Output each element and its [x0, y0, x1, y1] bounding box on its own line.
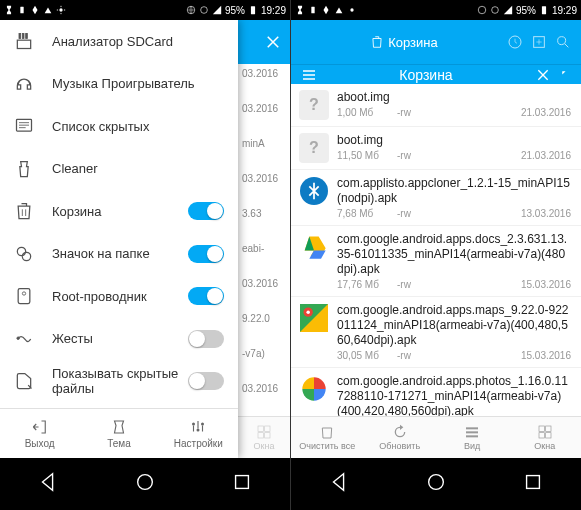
svg-rect-26 [311, 7, 314, 14]
theme-button[interactable]: Тема [79, 409, 158, 458]
svg-rect-30 [542, 6, 546, 14]
svg-point-11 [22, 292, 25, 295]
drive-icon [299, 232, 329, 262]
svg-point-19 [197, 429, 200, 432]
page-title: Корзина [399, 67, 452, 83]
file-row[interactable]: com.google.android.apps.maps_9.22.0-9220… [291, 297, 581, 368]
apk-icon [299, 176, 329, 206]
back-button[interactable] [328, 471, 350, 497]
toggle-show-hidden[interactable] [188, 372, 224, 390]
exit-button[interactable]: Выход [0, 409, 79, 458]
phone-left: 95% 19:29 03.201603.2016 minA03.2016 3.6… [0, 0, 290, 510]
svg-rect-5 [19, 34, 21, 39]
file-icon: ? [299, 133, 329, 163]
toggle-folder-icon[interactable] [188, 245, 224, 263]
recent-button[interactable] [231, 471, 253, 497]
drawer-item-show-hidden[interactable]: Показывать скрытые файлы [0, 360, 238, 403]
file-row[interactable]: ? aboot.img 1,00 Мб-rw21.03.2016 [291, 84, 581, 127]
svg-rect-46 [545, 433, 550, 438]
tab-title: Корзина [388, 35, 438, 50]
file-row[interactable]: com.applisto.appcloner_1.2.1-15_minAPI15… [291, 170, 581, 226]
svg-rect-48 [526, 476, 539, 489]
drawer-item-root[interactable]: Root-проводник [0, 275, 238, 318]
svg-point-12 [17, 337, 20, 340]
drawer-item-music[interactable]: Музыка Проигрыватель [0, 63, 238, 106]
file-icon: ? [299, 90, 329, 120]
app-header: Корзина [291, 20, 581, 64]
drawer-item-folder-icon[interactable]: Значок на папке [0, 233, 238, 276]
expand-icon[interactable] [561, 70, 571, 80]
search-icon[interactable] [555, 34, 571, 50]
home-button[interactable] [134, 471, 156, 497]
svg-point-37 [306, 310, 310, 314]
svg-rect-4 [251, 6, 255, 14]
settings-button[interactable]: Настройки [159, 409, 238, 458]
svg-rect-45 [539, 433, 544, 438]
svg-rect-23 [265, 433, 270, 438]
file-row[interactable]: com.google.android.apps.docs_2.3.631.13.… [291, 226, 581, 297]
recent-button[interactable] [522, 471, 544, 497]
svg-rect-44 [545, 426, 550, 431]
close-icon[interactable] [264, 33, 282, 51]
svg-rect-6 [22, 34, 24, 39]
windows-button[interactable]: Окна [238, 417, 290, 458]
svg-rect-43 [539, 426, 544, 431]
svg-rect-22 [258, 433, 263, 438]
home-button[interactable] [425, 471, 447, 497]
phone-right: 95% 19:29 Корзина Корзина ? aboot.img 1,… [291, 0, 581, 510]
svg-point-24 [138, 475, 153, 490]
status-bar: 95% 19:29 [0, 0, 290, 20]
toggle-gestures[interactable] [188, 330, 224, 348]
tab-strip [238, 20, 290, 64]
svg-point-3 [201, 7, 208, 14]
status-bar: 95% 19:29 [291, 0, 581, 20]
toggle-trash[interactable] [188, 202, 224, 220]
svg-point-1 [59, 8, 62, 11]
toggle-root[interactable] [188, 287, 224, 305]
windows-button[interactable]: Окна [509, 417, 582, 458]
svg-point-27 [350, 8, 353, 11]
trash-icon [370, 35, 384, 49]
nav-bar [291, 458, 581, 510]
svg-rect-8 [17, 40, 30, 48]
menu-icon[interactable] [301, 67, 317, 83]
svg-rect-20 [258, 426, 263, 431]
close-icon[interactable] [535, 67, 551, 83]
back-button[interactable] [37, 471, 59, 497]
battery-pct: 95% [225, 5, 245, 16]
svg-point-47 [429, 475, 444, 490]
svg-point-28 [478, 6, 486, 14]
nav-bar [0, 458, 290, 510]
file-row[interactable]: ? boot.img 11,50 Мб-rw21.03.2016 [291, 127, 581, 170]
drawer-item-cleaner[interactable]: Cleaner [0, 148, 238, 191]
history-icon[interactable] [507, 34, 523, 50]
svg-rect-41 [466, 431, 478, 433]
svg-point-17 [192, 423, 195, 426]
photos-icon [299, 374, 329, 404]
new-icon[interactable] [531, 34, 547, 50]
svg-rect-40 [466, 427, 478, 429]
bottom-bar: Очистить все Обновить Вид Окна [291, 416, 581, 458]
refresh-button[interactable]: Обновить [364, 417, 437, 458]
view-button[interactable]: Вид [436, 417, 509, 458]
drawer-bottom: Выход Тема Настройки [0, 408, 238, 458]
drawer-item-gestures[interactable]: Жесты [0, 318, 238, 361]
background-peek: 03.201603.2016 minA03.2016 3.63eabi- 03.… [238, 64, 290, 438]
svg-rect-10 [18, 289, 30, 304]
clock: 19:29 [261, 5, 286, 16]
drawer-item-trash[interactable]: Корзина [0, 190, 238, 233]
drawer-item-sdcard[interactable]: Анализатор SDCard [0, 20, 238, 63]
svg-rect-25 [235, 476, 248, 489]
svg-rect-7 [26, 34, 28, 39]
svg-point-18 [201, 423, 204, 426]
bottom-bar-left: Окна [238, 416, 290, 458]
sub-header: Корзина [291, 64, 581, 84]
svg-rect-21 [265, 426, 270, 431]
nav-drawer: Анализатор SDCard Музыка Проигрыватель С… [0, 20, 238, 458]
svg-rect-0 [20, 7, 23, 14]
svg-point-29 [492, 7, 499, 14]
svg-rect-42 [466, 435, 478, 437]
clear-all-button[interactable]: Очистить все [291, 417, 364, 458]
drawer-item-hidden-list[interactable]: Список скрытых [0, 105, 238, 148]
file-list: ? aboot.img 1,00 Мб-rw21.03.2016 ? boot.… [291, 84, 581, 458]
